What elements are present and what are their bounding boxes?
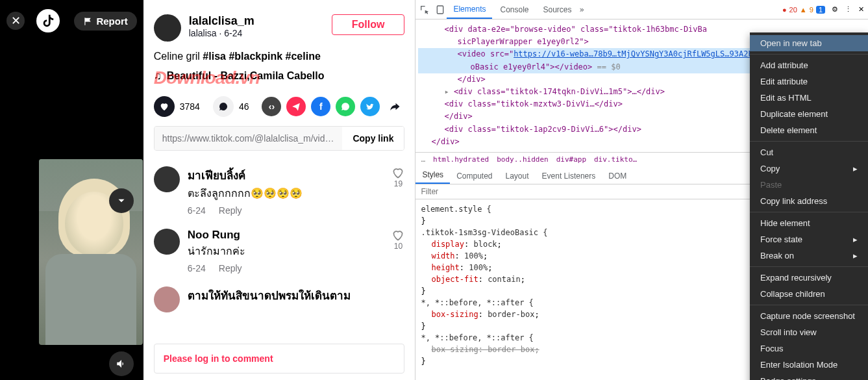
hashtag[interactable]: #lisa <box>203 51 226 62</box>
close-devtools[interactable]: ✕ <box>858 5 864 14</box>
ctx-force-state[interactable]: Force state▸ <box>750 231 868 247</box>
hashtag[interactable]: #blackpink <box>229 51 282 62</box>
video-column: ✕ Report <box>0 0 143 380</box>
comment-text: น่ารักมากค่ะ <box>188 243 384 259</box>
devtools-panel: Elements Console Sources » ●20 ▲9 1 ⚙ ⋮ … <box>415 0 868 380</box>
heart-outline-icon[interactable] <box>391 166 404 179</box>
share-arrow-icon <box>389 101 401 112</box>
whatsapp-icon <box>341 102 350 111</box>
layout-tab[interactable]: Layout <box>499 168 536 184</box>
share-more-button[interactable] <box>385 97 404 116</box>
ctx-isolation[interactable]: Enter Isolation Mode <box>750 357 868 373</box>
ctx-cut[interactable]: Cut <box>750 144 868 160</box>
comment-date: 6-24 <box>188 263 206 273</box>
comment-like-count: 19 <box>394 179 403 188</box>
watermark: Download.vn <box>154 68 260 88</box>
inspect-icon[interactable] <box>419 5 430 15</box>
tiktok-logo[interactable] <box>36 9 60 32</box>
heart-outline-icon[interactable] <box>391 229 404 242</box>
author-nickname: lalalisa · 6-24 <box>189 28 254 38</box>
facebook-icon: f <box>319 101 323 112</box>
ctx-open-new-tab[interactable]: Open in new tab <box>750 35 868 51</box>
author-username[interactable]: lalalclisa_m <box>189 14 254 28</box>
comment-item: มาเฟียบลิ้งค์ ตะลึงลูกกกกก🥺🥺🥺🥺 6-24 Repl… <box>154 166 405 216</box>
ctx-paste: Paste <box>750 177 868 193</box>
ctx-capture[interactable]: Capture node screenshot <box>750 308 868 324</box>
info-count: 1 <box>816 6 825 14</box>
comment-count: 46 <box>239 101 249 112</box>
devtools-tab-console[interactable]: Console <box>493 1 535 18</box>
next-video-button[interactable] <box>109 188 134 213</box>
devtools-tab-elements[interactable]: Elements <box>447 1 492 19</box>
events-tab[interactable]: Event Listeners <box>536 168 602 184</box>
share-facebook-button[interactable]: f <box>311 97 330 116</box>
ctx-break-on[interactable]: Break on▸ <box>750 247 868 264</box>
commenter-name[interactable]: ตามให้ทันสิขนาดปพรมให้เดินตาม <box>188 286 405 304</box>
hashtag[interactable]: #celine <box>286 51 321 62</box>
video-url: https://www.tiktok.com/@lalalclisa_m/vid… <box>155 127 343 150</box>
login-prompt[interactable]: Please log in to comment <box>154 344 405 374</box>
commenter-avatar[interactable] <box>154 166 180 192</box>
ctx-edit-html[interactable]: Edit as HTML <box>750 90 868 106</box>
crumb[interactable]: div#app <box>556 155 586 164</box>
computed-tab[interactable]: Computed <box>450 168 499 184</box>
sound-button[interactable] <box>109 351 134 376</box>
speaker-icon <box>116 358 127 370</box>
devtools-toolbar: Elements Console Sources » ●20 ▲9 1 ⚙ ⋮ … <box>415 0 868 19</box>
dombp-tab[interactable]: DOM <box>602 168 633 184</box>
ctx-hide[interactable]: Hide element <box>750 215 868 231</box>
comment-date: 6-24 <box>188 205 206 216</box>
ctx-collapse[interactable]: Collapse children <box>750 286 868 302</box>
share-twitter-button[interactable] <box>360 97 380 116</box>
like-count: 3784 <box>180 101 200 112</box>
ctx-focus[interactable]: Focus <box>750 340 868 357</box>
ctx-add-attribute[interactable]: Add attribute <box>750 57 868 73</box>
commenter-avatar[interactable] <box>154 229 180 255</box>
embed-button[interactable]: ‹› <box>262 97 281 116</box>
devtools-tab-sources[interactable]: Sources <box>537 1 578 18</box>
commenter-name[interactable]: มาเฟียบลิ้งค์ <box>188 166 384 184</box>
video-player[interactable] <box>39 159 143 345</box>
warn-count: 9 <box>810 6 813 14</box>
close-button[interactable]: ✕ <box>6 12 25 30</box>
comment-text: ตะลึงลูกกกกก🥺🥺🥺🥺 <box>188 185 384 201</box>
ctx-copy[interactable]: Copy▸ <box>750 160 868 177</box>
twitter-icon <box>366 102 375 111</box>
commenter-avatar[interactable] <box>154 286 180 312</box>
author-avatar[interactable] <box>154 14 181 42</box>
ctx-copy-link-address[interactable]: Copy link address <box>750 193 868 209</box>
device-icon[interactable] <box>435 5 445 15</box>
styles-tab[interactable]: Styles <box>415 167 450 184</box>
ctx-badge[interactable]: Badge settings… <box>750 373 868 380</box>
ctx-delete[interactable]: Delete element <box>750 122 868 138</box>
follow-button[interactable]: Follow <box>332 14 405 35</box>
comment-reply[interactable]: Reply <box>219 205 242 216</box>
comment-item: ตามให้ทันสิขนาดปพรมให้เดินตาม <box>154 286 405 312</box>
settings-icon[interactable]: ⚙ <box>832 5 838 14</box>
more-icon[interactable]: ⋮ <box>845 5 852 14</box>
crumb[interactable]: body..hidden <box>497 155 548 164</box>
like-button[interactable] <box>154 96 175 117</box>
post-panel: lalalclisa_m lalalisa · 6-24 Follow Celi… <box>143 0 415 380</box>
ctx-duplicate[interactable]: Duplicate element <box>750 106 868 122</box>
music-link[interactable]: ♫ Beautiful - Bazzi,Camila Cabello Downl… <box>154 70 405 82</box>
crumb[interactable]: html.hydrated <box>433 155 489 164</box>
caption: Celine gril #lisa #blackpink #celine <box>154 51 405 62</box>
comments-list: มาเฟียบลิ้งค์ ตะลึงลูกกกกก🥺🥺🥺🥺 6-24 Repl… <box>154 166 405 312</box>
comment-reply[interactable]: Reply <box>219 263 242 273</box>
comment-item: Noo Rung น่ารักมากค่ะ 6-24 Reply 10 <box>154 229 405 273</box>
copy-link-button[interactable]: Copy link <box>342 127 404 150</box>
report-button[interactable]: Report <box>74 12 136 31</box>
crumb[interactable]: div.tikto… <box>594 155 637 164</box>
send-icon <box>291 102 301 111</box>
ctx-expand[interactable]: Expand recursively <box>750 270 868 286</box>
comment-button[interactable] <box>213 96 234 117</box>
comment-like-count: 10 <box>394 242 403 251</box>
ctx-edit-attribute[interactable]: Edit attribute <box>750 73 868 90</box>
flag-icon <box>83 17 92 26</box>
ctx-scroll[interactable]: Scroll into view <box>750 324 868 340</box>
share-send-button[interactable] <box>286 97 306 116</box>
commenter-name[interactable]: Noo Rung <box>188 229 384 242</box>
error-count: 20 <box>789 6 797 14</box>
share-whatsapp-button[interactable] <box>336 97 355 116</box>
